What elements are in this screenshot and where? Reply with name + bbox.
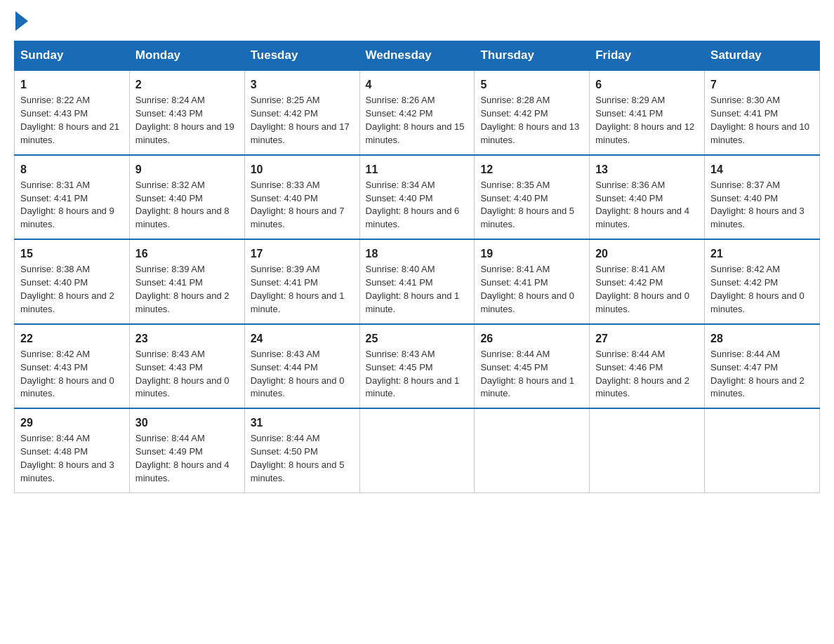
calendar-cell: 5Sunrise: 8:28 AMSunset: 4:42 PMDaylight… [475,70,590,155]
day-info: Sunrise: 8:36 AMSunset: 4:40 PMDaylight:… [595,180,689,230]
day-number: 27 [595,330,699,347]
weekday-header-friday: Friday [590,41,705,71]
day-info: Sunrise: 8:44 AMSunset: 4:45 PMDaylight:… [480,349,574,399]
day-info: Sunrise: 8:39 AMSunset: 4:41 PMDaylight:… [251,264,345,314]
calendar-cell: 11Sunrise: 8:34 AMSunset: 4:40 PMDayligh… [359,155,475,240]
day-info: Sunrise: 8:28 AMSunset: 4:42 PMDaylight:… [480,95,579,145]
calendar-cell: 7Sunrise: 8:30 AMSunset: 4:41 PMDaylight… [705,70,820,155]
calendar-week-2: 8Sunrise: 8:31 AMSunset: 4:41 PMDaylight… [15,155,820,240]
calendar-body: 1Sunrise: 8:22 AMSunset: 4:43 PMDaylight… [15,70,820,492]
calendar-cell: 26Sunrise: 8:44 AMSunset: 4:45 PMDayligh… [475,324,590,409]
day-info: Sunrise: 8:44 AMSunset: 4:50 PMDaylight:… [251,433,345,483]
calendar-cell: 10Sunrise: 8:33 AMSunset: 4:40 PMDayligh… [244,155,359,240]
weekday-header-tuesday: Tuesday [244,41,359,71]
day-number: 1 [20,76,124,93]
day-number: 15 [20,246,124,262]
day-number: 7 [710,76,814,93]
day-info: Sunrise: 8:35 AMSunset: 4:40 PMDaylight:… [480,180,574,230]
day-info: Sunrise: 8:37 AMSunset: 4:40 PMDaylight:… [710,180,805,230]
logo-arrow-icon [15,11,28,31]
calendar-cell: 23Sunrise: 8:43 AMSunset: 4:43 PMDayligh… [129,324,244,409]
day-info: Sunrise: 8:29 AMSunset: 4:41 PMDaylight:… [595,95,694,145]
calendar-cell: 16Sunrise: 8:39 AMSunset: 4:41 PMDayligh… [129,239,244,324]
calendar-cell: 8Sunrise: 8:31 AMSunset: 4:41 PMDaylight… [15,155,130,240]
calendar-cell: 30Sunrise: 8:44 AMSunset: 4:49 PMDayligh… [129,408,244,492]
calendar-week-4: 22Sunrise: 8:42 AMSunset: 4:43 PMDayligh… [15,324,820,409]
day-number: 17 [251,246,354,262]
day-info: Sunrise: 8:38 AMSunset: 4:40 PMDaylight:… [20,264,114,314]
day-number: 12 [480,161,583,177]
weekday-header-sunday: Sunday [15,41,130,71]
day-number: 8 [20,161,124,177]
calendar-cell: 6Sunrise: 8:29 AMSunset: 4:41 PMDaylight… [590,70,705,155]
weekday-header-row: SundayMondayTuesdayWednesdayThursdayFrid… [15,41,820,71]
day-info: Sunrise: 8:42 AMSunset: 4:43 PMDaylight:… [20,349,114,399]
day-number: 16 [135,246,239,262]
day-number: 25 [366,330,469,347]
day-number: 9 [135,161,239,177]
day-number: 24 [251,330,354,347]
day-number: 3 [251,76,354,93]
calendar-cell: 19Sunrise: 8:41 AMSunset: 4:41 PMDayligh… [475,239,590,324]
logo [14,14,28,27]
day-number: 26 [480,330,583,347]
calendar-cell: 18Sunrise: 8:40 AMSunset: 4:41 PMDayligh… [359,239,475,324]
day-info: Sunrise: 8:44 AMSunset: 4:48 PMDaylight:… [20,433,114,483]
weekday-header-saturday: Saturday [705,41,820,71]
calendar-week-5: 29Sunrise: 8:44 AMSunset: 4:48 PMDayligh… [15,408,820,492]
day-info: Sunrise: 8:44 AMSunset: 4:49 PMDaylight:… [135,433,230,483]
calendar-cell: 28Sunrise: 8:44 AMSunset: 4:47 PMDayligh… [705,324,820,409]
day-number: 18 [366,246,469,262]
calendar-week-3: 15Sunrise: 8:38 AMSunset: 4:40 PMDayligh… [15,239,820,324]
calendar-cell [475,408,590,492]
day-info: Sunrise: 8:42 AMSunset: 4:42 PMDaylight:… [710,264,805,314]
day-info: Sunrise: 8:44 AMSunset: 4:47 PMDaylight:… [710,349,805,399]
day-info: Sunrise: 8:34 AMSunset: 4:40 PMDaylight:… [366,180,460,230]
calendar-cell: 1Sunrise: 8:22 AMSunset: 4:43 PMDaylight… [15,70,130,155]
weekday-header-wednesday: Wednesday [359,41,475,71]
calendar-cell: 17Sunrise: 8:39 AMSunset: 4:41 PMDayligh… [244,239,359,324]
day-number: 11 [366,161,469,177]
day-number: 13 [595,161,699,177]
calendar-cell: 24Sunrise: 8:43 AMSunset: 4:44 PMDayligh… [244,324,359,409]
day-number: 14 [710,161,814,177]
day-number: 6 [595,76,699,93]
calendar-cell: 3Sunrise: 8:25 AMSunset: 4:42 PMDaylight… [244,70,359,155]
calendar-cell: 15Sunrise: 8:38 AMSunset: 4:40 PMDayligh… [15,239,130,324]
calendar-cell: 27Sunrise: 8:44 AMSunset: 4:46 PMDayligh… [590,324,705,409]
calendar-cell: 29Sunrise: 8:44 AMSunset: 4:48 PMDayligh… [15,408,130,492]
day-number: 5 [480,76,583,93]
calendar-cell: 21Sunrise: 8:42 AMSunset: 4:42 PMDayligh… [705,239,820,324]
day-number: 31 [251,415,354,431]
day-info: Sunrise: 8:44 AMSunset: 4:46 PMDaylight:… [595,349,689,399]
calendar-cell [590,408,705,492]
day-number: 23 [135,330,239,347]
day-info: Sunrise: 8:41 AMSunset: 4:41 PMDaylight:… [480,264,574,314]
day-number: 28 [710,330,814,347]
calendar-header: SundayMondayTuesdayWednesdayThursdayFrid… [15,41,820,71]
day-info: Sunrise: 8:43 AMSunset: 4:43 PMDaylight:… [135,349,230,399]
day-number: 21 [710,246,814,262]
day-info: Sunrise: 8:32 AMSunset: 4:40 PMDaylight:… [135,180,230,230]
day-info: Sunrise: 8:31 AMSunset: 4:41 PMDaylight:… [20,180,114,230]
weekday-header-monday: Monday [129,41,244,71]
calendar-cell: 31Sunrise: 8:44 AMSunset: 4:50 PMDayligh… [244,408,359,492]
calendar-cell: 12Sunrise: 8:35 AMSunset: 4:40 PMDayligh… [475,155,590,240]
calendar-cell: 22Sunrise: 8:42 AMSunset: 4:43 PMDayligh… [15,324,130,409]
page-header [14,14,820,27]
calendar-cell [359,408,475,492]
day-number: 20 [595,246,699,262]
day-number: 10 [251,161,354,177]
day-info: Sunrise: 8:24 AMSunset: 4:43 PMDaylight:… [135,95,234,145]
day-number: 4 [366,76,469,93]
weekday-header-thursday: Thursday [475,41,590,71]
calendar-cell: 25Sunrise: 8:43 AMSunset: 4:45 PMDayligh… [359,324,475,409]
day-info: Sunrise: 8:43 AMSunset: 4:45 PMDaylight:… [366,349,460,399]
day-number: 19 [480,246,583,262]
calendar-cell: 20Sunrise: 8:41 AMSunset: 4:42 PMDayligh… [590,239,705,324]
day-number: 29 [20,415,124,431]
calendar-cell: 4Sunrise: 8:26 AMSunset: 4:42 PMDaylight… [359,70,475,155]
day-number: 2 [135,76,239,93]
day-info: Sunrise: 8:40 AMSunset: 4:41 PMDaylight:… [366,264,460,314]
day-info: Sunrise: 8:43 AMSunset: 4:44 PMDaylight:… [251,349,345,399]
